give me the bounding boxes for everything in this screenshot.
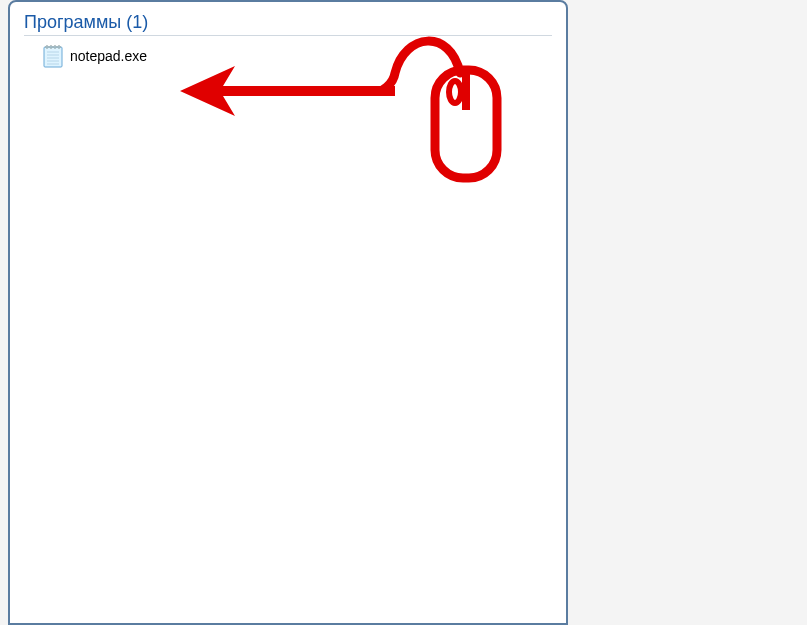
group-label: Программы [24, 12, 121, 32]
search-results-panel: Программы (1) notepad.exe [8, 0, 568, 625]
result-label: notepad.exe [70, 48, 147, 64]
group-count: (1) [126, 12, 148, 32]
group-header: Программы (1) [24, 12, 552, 36]
result-item-notepad[interactable]: notepad.exe [24, 42, 552, 70]
notepad-icon [42, 44, 64, 68]
